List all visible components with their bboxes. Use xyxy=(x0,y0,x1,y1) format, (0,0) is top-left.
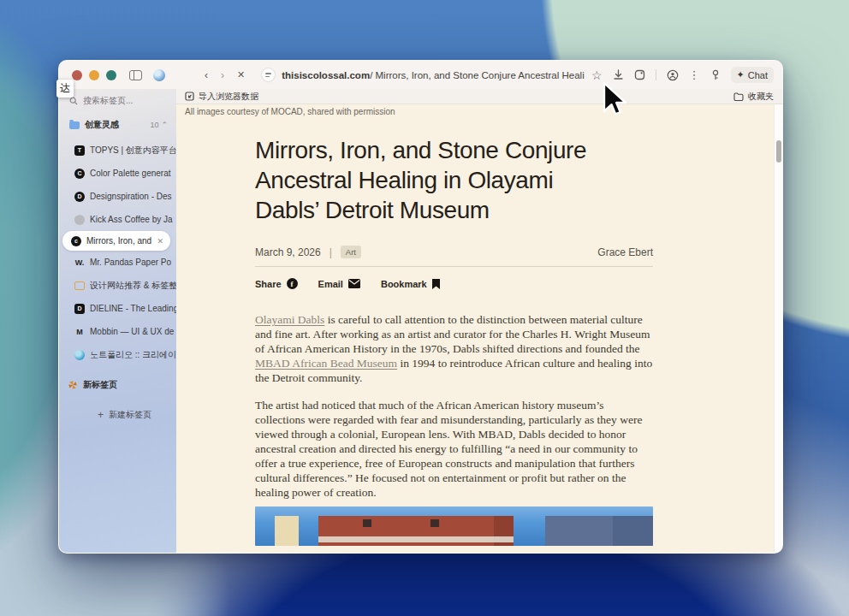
scrollbar-thumb[interactable] xyxy=(776,140,781,163)
email-envelope-icon xyxy=(348,279,360,288)
dieline-favicon-icon: D xyxy=(74,304,85,314)
link-mbad-museum[interactable]: MBAD African Bead Museum xyxy=(255,357,397,370)
article-title: Mirrors, Iron, and Stone Conjure Ancestr… xyxy=(255,135,653,225)
mobbin-favicon-icon: M xyxy=(74,327,85,337)
sidebar-item-notefolio[interactable]: 노트폴리오 :: 크리에이티 xyxy=(59,343,176,366)
paragraph-1: Olayami Dabls is careful to call attenti… xyxy=(255,312,653,385)
back-button[interactable]: ‹ xyxy=(205,70,208,80)
close-window-button[interactable] xyxy=(72,70,82,80)
cursor-pointer xyxy=(603,82,628,118)
museum-exterior-photo xyxy=(255,506,653,546)
sidebar-item-dieline[interactable]: D DIELINE - The Leading xyxy=(59,297,176,320)
sidebar-item-mobbin[interactable]: M Mobbin — UI & UX de xyxy=(59,320,176,343)
search-icon xyxy=(69,97,78,105)
profile-icon[interactable] xyxy=(667,69,679,81)
group-count: 10 xyxy=(150,121,158,129)
avatar-orb-icon[interactable] xyxy=(153,69,165,81)
sidebar-group-new-tab[interactable]: 新标签页 xyxy=(59,376,176,394)
import-data-label: 导入浏览器数据 xyxy=(199,91,258,103)
nav-buttons: ‹ › ✕ xyxy=(205,70,245,80)
colossal-favicon-icon: c xyxy=(71,236,81,246)
url-host: thisiscolossal.com xyxy=(282,70,370,80)
sidebar-toggle-icon[interactable] xyxy=(129,70,142,80)
sidebar-item-designspiration[interactable]: D Designspiration - Des xyxy=(59,185,176,208)
publish-date: March 9, 2026 xyxy=(255,246,321,258)
paragraph-2: The artist had noticed that much of the … xyxy=(255,398,653,500)
image-credit-caption: All images courtesy of MOCAD, shared wit… xyxy=(176,104,782,116)
sidebar-item-topys[interactable]: T TOPYS | 创意内容平台 xyxy=(59,139,176,162)
plus-icon: + xyxy=(98,409,104,421)
address-bar[interactable]: thisiscolossal.com / Mirrors, Iron, and … xyxy=(262,68,585,81)
toolbar-divider xyxy=(656,69,656,80)
facebook-icon: f xyxy=(287,278,298,289)
favorites-button[interactable]: 收藏夹 xyxy=(733,91,774,103)
bookmark-star-icon[interactable]: ☆ xyxy=(591,69,603,81)
scrollbar-track[interactable] xyxy=(774,104,782,553)
desktop: ‹ › ✕ thisiscolossal.com / Mirrors, Iron… xyxy=(0,0,849,616)
chevron-up-icon: ⌃ xyxy=(161,121,168,129)
bookmark-ribbon-icon xyxy=(432,279,440,289)
stop-button[interactable]: ✕ xyxy=(237,70,245,80)
browser-window: ‹ › ✕ thisiscolossal.com / Mirrors, Iron… xyxy=(58,60,783,554)
tab-list: T TOPYS | 创意内容平台 C Color Palette generat… xyxy=(59,139,176,366)
color-palette-favicon-icon: C xyxy=(74,169,85,179)
toolbar-actions: ☆ ⋮ ✦ Chat xyxy=(585,67,782,83)
new-tab-button-label: 新建标签页 xyxy=(109,409,151,421)
sidebar-item-design-sites[interactable]: 设计网站推荐 & 标签整 xyxy=(59,274,176,297)
share-row: Share f Email Bookmark xyxy=(255,278,653,289)
url-path: / Mirrors, Iron, and Stone Conjure Ances… xyxy=(370,70,585,80)
meta-divider xyxy=(255,266,653,267)
sidebar-item-color-palette[interactable]: C Color Palette generat xyxy=(59,162,176,185)
ime-candidate-tooltip: 达 xyxy=(56,80,74,98)
bookmarks-bar: 导入浏览器数据 收藏夹 xyxy=(176,89,782,104)
forward-button[interactable]: › xyxy=(221,70,224,80)
import-data-button[interactable]: 导入浏览器数据 xyxy=(185,91,258,103)
sidebar: 搜索标签页... 创意灵感 10 ⌃ T TOPYS | 创意内容平台 xyxy=(59,89,176,553)
close-tab-icon[interactable]: ✕ xyxy=(157,237,170,246)
site-favicon xyxy=(262,68,275,81)
download-icon[interactable] xyxy=(613,69,624,80)
import-data-icon xyxy=(185,92,194,101)
pandas-favicon-icon: W. xyxy=(74,258,85,268)
notefolio-favicon-icon xyxy=(74,350,85,360)
share-facebook-button[interactable]: Share f xyxy=(255,278,298,289)
sidebar-item-kick-ass-coffee[interactable]: Kick Ass Coffee by Ja xyxy=(59,208,176,231)
coffee-favicon-icon xyxy=(74,215,85,225)
webpage: All images courtesy of MOCAD, shared wit… xyxy=(176,104,782,553)
share-email-button[interactable]: Email xyxy=(318,279,360,289)
category-badge[interactable]: Art xyxy=(341,246,361,258)
menu-kebab-icon[interactable]: ⋮ xyxy=(689,69,700,80)
sidebar-item-mr-pandas[interactable]: W. Mr. Pandas Paper Po xyxy=(59,251,176,274)
share-icon[interactable] xyxy=(634,69,645,80)
content-area: 导入浏览器数据 收藏夹 All images courtesy of MOCAD… xyxy=(176,89,782,553)
sidebar-item-mirrors-active-tab[interactable]: c Mirrors, Iron, and ✕ xyxy=(62,231,170,251)
browser-toolbar: ‹ › ✕ thisiscolossal.com / Mirrors, Iron… xyxy=(59,61,782,89)
minimize-window-button[interactable] xyxy=(89,70,99,80)
favorites-folder-icon xyxy=(733,92,744,101)
topys-favicon-icon: T xyxy=(74,145,85,156)
pinwheel-icon xyxy=(68,380,78,390)
author-name[interactable]: Grace Ebert xyxy=(597,246,653,258)
folder-icon xyxy=(69,121,80,129)
traffic-lights xyxy=(59,70,116,80)
sidebar-group-creative[interactable]: 创意灵感 10 ⌃ xyxy=(59,116,176,133)
chat-sparkle-icon: ✦ xyxy=(737,69,745,80)
article-meta: March 9, 2026 | Art Grace Ebert xyxy=(255,246,653,258)
new-tab-button[interactable]: + 新建标签页 xyxy=(59,407,176,423)
key-icon[interactable] xyxy=(710,69,721,80)
chat-button-label: Chat xyxy=(748,70,768,80)
zoom-window-button[interactable] xyxy=(106,70,116,80)
bookmark-article-button[interactable]: Bookmark xyxy=(381,279,440,289)
favorites-label: 收藏夹 xyxy=(748,91,774,103)
chat-button[interactable]: ✦ Chat xyxy=(731,67,774,83)
search-placeholder: 搜索标签页... xyxy=(83,95,133,107)
search-tabs-field[interactable]: 搜索标签页... xyxy=(59,93,176,109)
designspiration-favicon-icon: D xyxy=(74,192,85,202)
link-olayami-dabls[interactable]: Olayami Dabls xyxy=(255,313,324,326)
new-tab-group-label: 新标签页 xyxy=(83,379,117,391)
design-sites-favicon-icon xyxy=(74,281,85,290)
group-label: 创意灵感 xyxy=(85,119,119,131)
article: Mirrors, Iron, and Stone Conjure Ancestr… xyxy=(255,135,653,546)
